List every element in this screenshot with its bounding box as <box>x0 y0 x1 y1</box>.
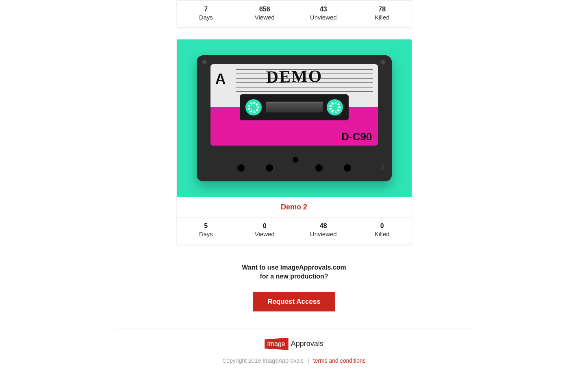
stats-row: 5 Days 0 Viewed 48 Unviewed 0 Killed <box>177 217 412 244</box>
production-card[interactable]: 7 Days 656 Viewed 43 Unviewed 78 Killed <box>176 0 412 28</box>
footer: Image Approvals Copyright 2019 ImageAppr… <box>115 329 473 366</box>
stat-value: 48 <box>294 222 353 230</box>
stat-label: Unviewed <box>294 231 353 237</box>
stat-value: 78 <box>353 6 412 13</box>
logo-badge-icon: Image <box>265 338 288 350</box>
cassette-label: A DEMO D-C90 <box>210 64 378 146</box>
card-thumbnail[interactable]: A DEMO D-C90 <box>177 39 412 197</box>
stat-killed: 78 Killed <box>353 1 412 27</box>
hole-icon <box>344 164 351 172</box>
tape-icon <box>266 102 323 113</box>
cta-text-line2: for a new production? <box>176 272 412 281</box>
logo[interactable]: Image Approvals <box>265 338 323 350</box>
screw-icon <box>380 59 387 66</box>
logo-text: Approvals <box>291 340 323 348</box>
reel-icon <box>327 99 343 115</box>
stat-label: Days <box>177 14 236 21</box>
cassette-handwritten-title: DEMO <box>266 66 322 87</box>
stat-value: 43 <box>294 6 353 13</box>
tape-window-icon <box>240 94 349 120</box>
hole-icon <box>237 164 245 172</box>
stat-days: 5 Days <box>177 218 236 244</box>
footer-line: Copyright 2019 ImageApprovals | terms an… <box>222 357 366 364</box>
request-access-button[interactable]: Request Access <box>253 292 335 311</box>
stat-days: 7 Days <box>177 1 236 27</box>
stat-label: Killed <box>353 14 412 21</box>
hole-icon <box>293 157 298 163</box>
stat-viewed: 0 Viewed <box>235 218 294 244</box>
stat-killed: 0 Killed <box>353 218 412 244</box>
hole-icon <box>315 164 323 172</box>
stat-label: Killed <box>353 231 412 237</box>
stat-value: 656 <box>235 6 294 13</box>
stat-label: Unviewed <box>294 14 353 21</box>
cassette-bottom-icon: 2 <box>197 149 392 181</box>
stat-value: 0 <box>235 222 294 230</box>
stat-viewed: 656 Viewed <box>235 1 294 27</box>
terms-link[interactable]: terms and conditions <box>313 357 366 364</box>
stat-label: Viewed <box>235 14 294 21</box>
cassette-side-letter: A <box>215 71 226 88</box>
stat-value: 7 <box>177 6 236 13</box>
copyright-text: Copyright 2019 ImageApprovals <box>222 357 304 364</box>
stat-unviewed: 43 Unviewed <box>294 1 353 27</box>
stat-value: 0 <box>353 222 412 230</box>
stats-row: 7 Days 656 Viewed 43 Unviewed 78 Killed <box>177 0 412 27</box>
cassette-corner-number: 2 <box>380 162 385 172</box>
cassette-code: D-C90 <box>341 131 372 143</box>
stat-label: Viewed <box>235 231 294 237</box>
screw-icon <box>202 59 208 66</box>
stat-value: 5 <box>177 222 236 230</box>
stat-label: Days <box>177 231 236 237</box>
hole-icon <box>266 164 273 172</box>
stat-unviewed: 48 Unviewed <box>294 218 353 244</box>
card-title[interactable]: Demo 2 <box>177 197 412 217</box>
separator-icon: | <box>308 357 309 364</box>
reel-icon <box>245 99 262 115</box>
cta-block: Want to use ImageApprovals.com for a new… <box>176 263 412 311</box>
production-card[interactable]: A DEMO D-C90 <box>176 39 412 244</box>
cta-text-line1: Want to use ImageApprovals.com <box>176 263 412 272</box>
cassette-icon: A DEMO D-C90 <box>197 55 392 181</box>
